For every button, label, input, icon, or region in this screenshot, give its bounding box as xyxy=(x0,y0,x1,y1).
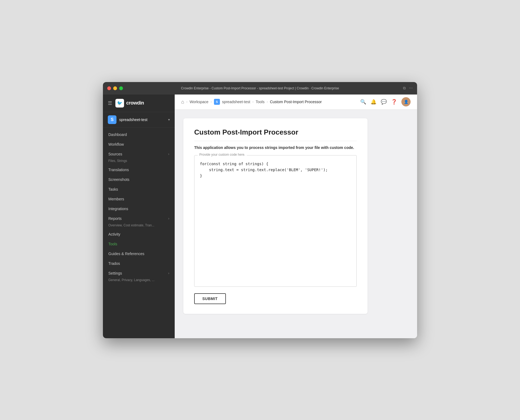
breadcrumb-sep-3: › xyxy=(252,100,253,104)
hamburger-icon[interactable]: ☰ xyxy=(108,100,112,106)
avatar[interactable]: 👤 xyxy=(401,97,411,106)
sidebar-header: ☰ 🐦 crowdin xyxy=(103,95,175,112)
sidebar-item-screenshots[interactable]: Screenshots xyxy=(103,175,175,184)
logo-text: crowdin xyxy=(126,100,144,106)
breadcrumb-project-badge: S xyxy=(214,99,220,105)
home-icon[interactable]: ⌂ xyxy=(181,99,184,105)
nav-label-members: Members xyxy=(108,197,169,201)
sidebar-item-settings[interactable]: Settings › xyxy=(103,268,175,278)
search-icon[interactable]: 🔍 xyxy=(360,99,366,105)
content-area: Custom Post-Import Processor This applic… xyxy=(175,110,417,338)
reports-chevron-icon: › xyxy=(168,217,169,220)
breadcrumb-sep-2: › xyxy=(211,100,212,104)
minimize-button[interactable] xyxy=(113,86,117,90)
code-editor-label: Provide your custom code here. xyxy=(198,153,247,157)
nav-label-activity: Activity xyxy=(108,232,169,236)
app-layout: ☰ 🐦 crowdin S spreadsheet-test ▾ Dashboa… xyxy=(103,95,417,338)
nav-label-guides: Guides & References xyxy=(108,252,169,256)
reports-sub-label: Overview, Cost estimate, Tran... xyxy=(103,223,175,229)
page-description: This application allows you to process s… xyxy=(194,145,357,150)
nav-label-tasks: Tasks xyxy=(108,187,169,191)
chevron-down-icon: ▾ xyxy=(168,118,170,122)
breadcrumb-sep-1: › xyxy=(186,100,187,104)
breadcrumb-tools[interactable]: Tools xyxy=(256,100,265,104)
sidebar-item-sources[interactable]: Sources › xyxy=(103,149,175,159)
sidebar-item-tools[interactable]: Tools xyxy=(103,239,175,249)
more-icon[interactable]: ⋯ xyxy=(409,86,413,90)
nav-label-workflow: Workflow xyxy=(108,142,169,146)
sidebar-navigation: Dashboard Workflow Sources › Files, Stri… xyxy=(103,128,175,338)
sidebar-item-workflow[interactable]: Workflow xyxy=(103,139,175,149)
sidebar-item-dashboard[interactable]: Dashboard xyxy=(103,130,175,139)
sidebar-item-members[interactable]: Members xyxy=(103,194,175,204)
nav-label-trados: Trados xyxy=(108,261,169,266)
sidebar: ☰ 🐦 crowdin S spreadsheet-test ▾ Dashboa… xyxy=(103,95,175,338)
top-nav-icons: 🔍 🔔 💬 ❓ 👤 xyxy=(360,97,411,106)
logo-icon: 🐦 xyxy=(115,99,124,108)
notifications-icon[interactable]: 🔔 xyxy=(370,99,376,105)
nav-label-dashboard: Dashboard xyxy=(108,132,169,137)
breadcrumb-sep-4: › xyxy=(267,100,268,104)
window-title: Crowdin Enterprise - Custom Post-Import … xyxy=(181,86,339,90)
sidebar-item-reports[interactable]: Reports › xyxy=(103,214,175,223)
main-card: Custom Post-Import Processor This applic… xyxy=(183,118,368,314)
breadcrumb-project[interactable]: spreadsheet-test xyxy=(222,100,250,104)
sources-chevron-icon: › xyxy=(168,152,169,156)
sidebar-item-guides[interactable]: Guides & References xyxy=(103,249,175,259)
help-icon[interactable]: ❓ xyxy=(391,99,397,105)
project-name: spreadsheet-test xyxy=(119,118,165,122)
traffic-lights xyxy=(107,86,123,90)
sidebar-item-integrations[interactable]: Integrations xyxy=(103,204,175,214)
page-title: Custom Post-Import Processor xyxy=(194,128,357,141)
nav-label-reports: Reports xyxy=(108,216,168,221)
nav-label-integrations: Integrations xyxy=(108,207,169,211)
title-bar-icons: ⧉ ⋯ xyxy=(403,86,413,90)
sidebar-item-translations[interactable]: Translations xyxy=(103,165,175,175)
breadcrumb: ⌂ › Workspace › S spreadsheet-test › Too… xyxy=(181,99,322,105)
maximize-button[interactable] xyxy=(119,86,123,90)
code-editor[interactable]: for(const string of strings) { string.te… xyxy=(194,155,356,285)
nav-label-translations: Translations xyxy=(108,168,169,172)
code-editor-container: Provide your custom code here. for(const… xyxy=(194,155,357,287)
project-selector[interactable]: S spreadsheet-test ▾ xyxy=(103,112,175,128)
settings-chevron-icon: › xyxy=(168,271,169,275)
nav-label-tools: Tools xyxy=(108,242,169,246)
sources-sub-label: Files, Strings xyxy=(103,159,175,165)
nav-label-sources: Sources xyxy=(108,152,168,156)
top-nav: ⌂ › Workspace › S spreadsheet-test › Too… xyxy=(175,95,417,110)
title-bar: Crowdin Enterprise - Custom Post-Import … xyxy=(103,82,417,95)
sidebar-item-activity[interactable]: Activity xyxy=(103,229,175,239)
nav-label-settings: Settings xyxy=(108,271,168,275)
logo: 🐦 crowdin xyxy=(115,99,144,108)
main-content: ⌂ › Workspace › S spreadsheet-test › Too… xyxy=(175,95,417,338)
sidebar-item-trados[interactable]: Trados xyxy=(103,259,175,268)
messages-icon[interactable]: 💬 xyxy=(381,99,387,105)
submit-button[interactable]: SUBMIT xyxy=(194,293,226,304)
sidebar-item-tasks[interactable]: Tasks xyxy=(103,184,175,194)
nav-label-screenshots: Screenshots xyxy=(108,177,169,182)
app-window: Crowdin Enterprise - Custom Post-Import … xyxy=(103,82,417,338)
close-button[interactable] xyxy=(107,86,111,90)
pip-icon[interactable]: ⧉ xyxy=(403,86,406,90)
project-avatar: S xyxy=(108,115,116,124)
settings-sub-label: General, Privacy, Languages, ... xyxy=(103,278,175,284)
breadcrumb-workspace[interactable]: Workspace xyxy=(190,100,209,104)
breadcrumb-current-page: Custom Post-Import Processor xyxy=(270,100,322,104)
